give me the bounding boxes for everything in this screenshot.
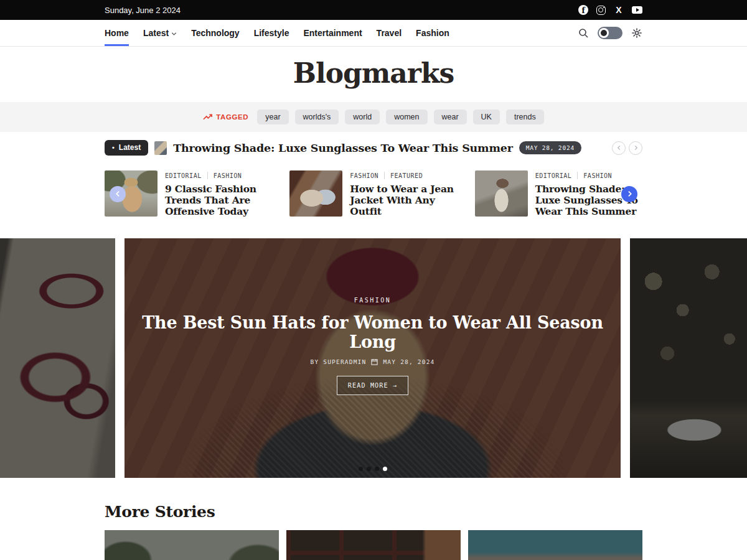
ticker-date-badge: MAY 28, 2024 bbox=[519, 141, 581, 154]
hero-next-slide-image[interactable] bbox=[630, 238, 747, 478]
nav-item-home[interactable]: Home bbox=[105, 20, 129, 46]
more-stories-section: More Stories bbox=[105, 503, 642, 560]
nav-label: Technology bbox=[191, 28, 240, 38]
category-divider bbox=[384, 172, 385, 179]
post-card-image[interactable] bbox=[289, 170, 342, 217]
latest-badge[interactable]: Latest bbox=[105, 140, 148, 156]
nav-label: Lifestyle bbox=[254, 28, 289, 38]
more-story-card-image[interactable] bbox=[105, 530, 279, 560]
hero-dot-4-active[interactable] bbox=[383, 467, 387, 471]
search-icon[interactable] bbox=[578, 28, 589, 39]
tagged-label: TAGGED bbox=[203, 113, 248, 121]
chevron-left-icon bbox=[115, 190, 121, 197]
read-more-button[interactable]: READ MORE → bbox=[337, 376, 408, 395]
chevron-right-icon bbox=[626, 190, 633, 197]
nav-links: Home Latest Technology Lifestyle Enterta… bbox=[105, 20, 449, 46]
more-story-card-image[interactable] bbox=[468, 530, 642, 560]
top-bar: Sunday, June 2 2024 bbox=[0, 0, 747, 20]
ticker-prev-button[interactable] bbox=[612, 141, 626, 155]
nav-item-travel[interactable]: Travel bbox=[377, 20, 402, 46]
instagram-icon[interactable] bbox=[596, 6, 606, 15]
tag-pill-uk[interactable]: UK bbox=[473, 110, 500, 124]
tagged-text: TAGGED bbox=[216, 113, 248, 121]
carousel-next-button[interactable] bbox=[621, 186, 637, 202]
hero-dots bbox=[125, 467, 621, 471]
hero-dot-3[interactable] bbox=[375, 467, 379, 471]
calendar-icon bbox=[371, 358, 378, 365]
settings-gear-icon[interactable] bbox=[631, 27, 642, 39]
toggle-knob bbox=[599, 28, 609, 38]
tag-pill-world[interactable]: world bbox=[345, 110, 380, 124]
hero-category[interactable]: FASHION bbox=[354, 297, 392, 304]
post-category[interactable]: EDITORIAL bbox=[165, 172, 202, 179]
hero-current-slide: FASHION The Best Sun Hats for Women to W… bbox=[125, 238, 621, 478]
nav-label: Home bbox=[105, 28, 129, 38]
post-card[interactable]: EDITORIAL FASHION Throwing Shade: Luxe S… bbox=[475, 170, 642, 217]
tagged-bar: TAGGED year worlds's world women wear UK… bbox=[0, 102, 747, 132]
masthead: Blogmarks bbox=[0, 47, 747, 102]
trending-up-icon bbox=[203, 113, 212, 121]
nav-label: Latest bbox=[143, 28, 169, 38]
dark-overlay bbox=[0, 238, 115, 478]
social-links bbox=[578, 5, 642, 15]
ticker-nav bbox=[612, 141, 642, 155]
facebook-icon[interactable] bbox=[578, 5, 588, 15]
tag-pill-wear[interactable]: wear bbox=[434, 110, 467, 124]
site-logo[interactable]: Blogmarks bbox=[0, 57, 747, 89]
nav-item-lifestyle[interactable]: Lifestyle bbox=[254, 20, 289, 46]
carousel-prev-button[interactable] bbox=[110, 186, 126, 202]
latest-ticker: Latest Throwing Shade: Luxe Sunglasses T… bbox=[0, 132, 747, 163]
tag-pill-worldss[interactable]: worlds's bbox=[295, 110, 339, 124]
tag-pill-year[interactable]: year bbox=[257, 110, 288, 124]
post-card-title[interactable]: 9 Classic Fashion Trends That Are Offens… bbox=[165, 184, 272, 217]
more-story-card-image[interactable] bbox=[286, 530, 461, 560]
chevron-right-icon bbox=[633, 145, 639, 151]
x-icon[interactable] bbox=[614, 5, 624, 15]
post-category[interactable]: EDITORIAL bbox=[535, 172, 572, 179]
hero-date: MAY 28, 2024 bbox=[383, 358, 435, 365]
hero-prev-slide-image[interactable] bbox=[0, 238, 115, 478]
hero-dot-1[interactable] bbox=[359, 467, 363, 471]
chevron-down-icon bbox=[171, 31, 177, 37]
hero-dot-2[interactable] bbox=[367, 467, 371, 471]
current-date: Sunday, June 2 2024 bbox=[105, 6, 181, 15]
hero-meta: BY SUPERADMIN MAY 28, 2024 bbox=[310, 358, 435, 365]
nav-item-entertainment[interactable]: Entertainment bbox=[303, 20, 362, 46]
ticker-title[interactable]: Throwing Shade: Luxe Sunglasses To Wear … bbox=[173, 142, 513, 154]
more-stories-heading: More Stories bbox=[105, 503, 642, 521]
post-category[interactable]: FASHION bbox=[350, 172, 378, 179]
tag-pill-women[interactable]: women bbox=[386, 110, 427, 124]
nav-item-technology[interactable]: Technology bbox=[191, 20, 240, 46]
ticker-thumbnail[interactable] bbox=[154, 141, 167, 155]
youtube-icon[interactable] bbox=[632, 6, 642, 14]
nav-label: Fashion bbox=[416, 28, 449, 38]
tag-pill-trends[interactable]: trends bbox=[506, 110, 544, 124]
ticker-next-button[interactable] bbox=[629, 141, 642, 155]
nav-label: Travel bbox=[377, 28, 402, 38]
hero-title[interactable]: The Best Sun Hats for Women to Wear All … bbox=[125, 313, 621, 352]
chevron-left-icon bbox=[616, 145, 622, 151]
post-card[interactable]: EDITORIAL FASHION 9 Classic Fashion Tren… bbox=[105, 170, 272, 217]
category-divider bbox=[577, 172, 578, 179]
main-navbar: Home Latest Technology Lifestyle Enterta… bbox=[0, 20, 747, 47]
nav-controls bbox=[578, 27, 642, 39]
nav-item-latest[interactable]: Latest bbox=[143, 20, 177, 46]
post-category[interactable]: FEATURED bbox=[390, 172, 423, 179]
post-category[interactable]: FASHION bbox=[583, 172, 612, 179]
dark-mode-toggle[interactable] bbox=[598, 27, 622, 39]
category-divider bbox=[207, 172, 208, 179]
post-category[interactable]: FASHION bbox=[214, 172, 242, 179]
post-card-image[interactable] bbox=[475, 170, 528, 217]
dark-overlay bbox=[630, 238, 747, 478]
nav-label: Entertainment bbox=[303, 28, 362, 38]
post-card-title[interactable]: How to Wear a Jean Jacket With Any Outfi… bbox=[350, 184, 457, 217]
post-card[interactable]: FASHION FEATURED How to Wear a Jean Jack… bbox=[289, 170, 457, 217]
nav-item-fashion[interactable]: Fashion bbox=[416, 20, 449, 46]
hero-slider: FASHION The Best Sun Hats for Women to W… bbox=[0, 238, 747, 478]
hero-byline[interactable]: BY SUPERADMIN bbox=[310, 358, 366, 365]
post-carousel: EDITORIAL FASHION 9 Classic Fashion Tren… bbox=[105, 170, 642, 217]
